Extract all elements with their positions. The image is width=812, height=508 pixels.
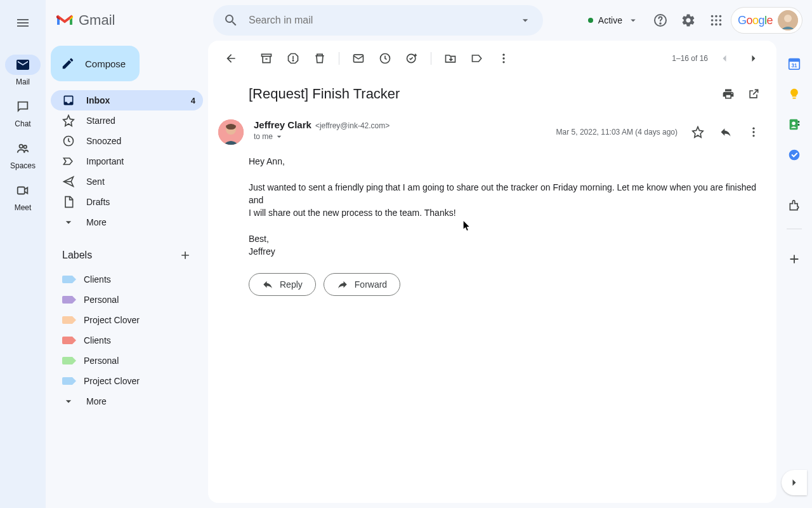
- settings-button[interactable]: [676, 8, 701, 33]
- contacts-app-button[interactable]: [782, 112, 807, 137]
- move-to-button[interactable]: [438, 46, 463, 71]
- nav-item-drafts[interactable]: Drafts: [51, 192, 203, 212]
- search-input[interactable]: [244, 15, 513, 26]
- nav-label: Sent: [86, 177, 195, 187]
- forward-button[interactable]: Forward: [324, 273, 400, 296]
- search-options-button[interactable]: [513, 8, 538, 33]
- label-item[interactable]: Clients: [51, 330, 203, 351]
- more-vert-icon: [497, 52, 510, 65]
- spam-icon: [287, 52, 299, 65]
- nav-item-snoozed[interactable]: Snoozed: [51, 131, 203, 151]
- avatar[interactable]: [778, 10, 798, 30]
- account-chip[interactable]: Google: [731, 8, 802, 33]
- rail-item-spaces[interactable]: Spaces: [0, 135, 46, 177]
- svg-rect-32: [789, 59, 800, 62]
- tasks-icon: [788, 149, 801, 161]
- snooze-button[interactable]: [372, 46, 398, 71]
- trash-icon: [313, 52, 326, 65]
- main-menu-button[interactable]: [8, 8, 38, 38]
- back-button[interactable]: [218, 46, 244, 71]
- nav-item-sent[interactable]: Sent: [51, 171, 203, 192]
- label-text: Clients: [84, 335, 195, 345]
- reply-label: Reply: [280, 279, 303, 290]
- move-icon: [444, 52, 457, 65]
- menu-icon: [15, 15, 30, 30]
- next-page-button[interactable]: [741, 46, 766, 71]
- archive-button[interactable]: [254, 46, 279, 71]
- compose-button[interactable]: Compose: [51, 46, 140, 81]
- labels-header: Labels: [51, 232, 203, 269]
- label-item[interactable]: Project Clover: [51, 310, 203, 330]
- tasks-app-button[interactable]: [782, 142, 807, 168]
- label-swatch-icon: [62, 377, 72, 385]
- delete-button[interactable]: [307, 46, 332, 71]
- nav-item-starred[interactable]: Starred: [51, 110, 203, 131]
- rail-item-mail[interactable]: Mail: [0, 51, 46, 93]
- add-task-button[interactable]: [399, 46, 424, 71]
- recipient-dropdown[interactable]: to me: [254, 131, 546, 142]
- label-swatch-icon: [62, 316, 72, 324]
- add-label-button[interactable]: [175, 245, 195, 265]
- label-item[interactable]: Personal: [51, 351, 203, 371]
- pagination-text: 1–16 of 16: [672, 54, 708, 63]
- keep-app-button[interactable]: [782, 81, 807, 107]
- reply-button[interactable]: Reply: [249, 273, 316, 296]
- print-icon: [722, 88, 735, 100]
- content-pane: 1–16 of 16 [Request] Finish Tracker: [208, 41, 776, 503]
- label-text: Clients: [84, 274, 195, 284]
- label-swatch-icon: [62, 276, 72, 283]
- svg-point-38: [789, 150, 800, 161]
- chevron-down-icon: [274, 131, 284, 142]
- label-item[interactable]: Project Clover: [51, 371, 203, 391]
- open-new-window-button[interactable]: [741, 81, 766, 107]
- forward-label: Forward: [355, 279, 387, 290]
- labels-title: Labels: [62, 250, 92, 261]
- labels-button[interactable]: [464, 46, 490, 71]
- nav-item-inbox[interactable]: Inbox 4: [51, 90, 203, 110]
- google-logo: Google: [738, 14, 773, 27]
- mark-unread-button[interactable]: [346, 46, 371, 71]
- label-text: Project Clover: [84, 376, 195, 386]
- more-button[interactable]: [491, 46, 516, 71]
- side-panel-toggle[interactable]: [782, 470, 807, 495]
- support-button[interactable]: [648, 8, 673, 33]
- search-bar[interactable]: [213, 5, 543, 36]
- svg-point-0: [20, 145, 23, 149]
- addons-button[interactable]: [782, 193, 807, 218]
- sender-block: Jeffrey Clark <jeffrey@ink-42.com> to me: [254, 119, 546, 145]
- get-addons-button[interactable]: [782, 246, 807, 272]
- labels-more-label: More: [86, 396, 195, 406]
- gmail-logo-icon: [56, 13, 74, 27]
- body-row: Compose Inbox 4 Starred Snoozed: [46, 41, 812, 508]
- message-header: [Request] Finish Tracker: [208, 76, 776, 112]
- status-dot-icon: [588, 18, 593, 23]
- star-button[interactable]: [685, 119, 710, 145]
- nav-label: Inbox: [86, 95, 180, 105]
- header: Gmail Active: [46, 0, 812, 41]
- message-more-button[interactable]: [741, 119, 766, 145]
- toolbar-right: 1–16 of 16: [672, 46, 766, 71]
- labels-more[interactable]: More: [51, 391, 203, 411]
- prev-page-button[interactable]: [712, 46, 737, 71]
- reply-icon-button[interactable]: [713, 119, 738, 145]
- label-text: Personal: [84, 356, 195, 366]
- rail-item-meet[interactable]: Meet: [0, 177, 46, 218]
- sender-name: Jeffrey Clark: [254, 119, 311, 130]
- status-chip[interactable]: Active: [582, 9, 645, 32]
- sender-avatar[interactable]: [218, 119, 244, 145]
- label-item[interactable]: Clients: [51, 269, 203, 290]
- print-button[interactable]: [716, 81, 741, 107]
- message-subject: [Request] Finish Tracker: [249, 86, 716, 102]
- search-button[interactable]: [218, 8, 244, 33]
- nav-item-more[interactable]: More: [51, 212, 203, 232]
- brand[interactable]: Gmail: [51, 12, 208, 29]
- rail-item-chat[interactable]: Chat: [0, 93, 46, 135]
- spam-button[interactable]: [280, 46, 306, 71]
- apps-button[interactable]: [704, 8, 729, 33]
- label-item[interactable]: Personal: [51, 290, 203, 310]
- svg-point-24: [502, 61, 504, 63]
- label-swatch-icon: [62, 357, 72, 364]
- nav-item-important[interactable]: Important: [51, 151, 203, 171]
- brand-name: Gmail: [79, 12, 115, 29]
- calendar-app-button[interactable]: 31: [782, 51, 807, 76]
